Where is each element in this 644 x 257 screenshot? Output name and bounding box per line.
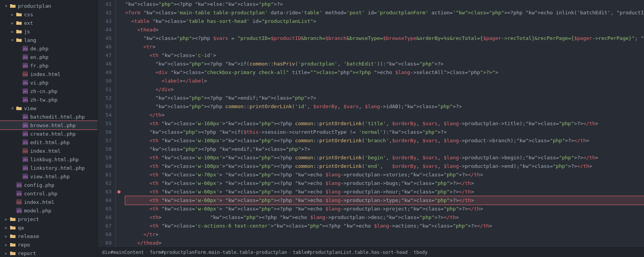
- sidebar-item-batchedit.html.php[interactable]: phpbatchedit.html.php: [0, 112, 98, 121]
- tree-item-label: index.html: [24, 199, 54, 205]
- file-tree-sidebar[interactable]: ▼productplan▶css▶ext▶js▼langphpde.phpphp…: [0, 0, 98, 257]
- line-number: 46: [98, 43, 112, 51]
- php-file-icon: php: [22, 140, 29, 145]
- folder-icon: [9, 242, 16, 247]
- sidebar-item-view[interactable]: ▼view: [0, 104, 98, 112]
- code-content[interactable]: "kw">class="php"><?php "kw">else:"kw">cl…: [121, 0, 644, 247]
- tree-item-label: model.php: [24, 208, 51, 214]
- gutter: [116, 0, 121, 247]
- line-number: 51: [98, 85, 112, 94]
- sidebar-item-en.php[interactable]: phpen.php: [0, 53, 98, 61]
- sidebar-item-create.html.php[interactable]: phpcreate.html.php: [0, 129, 98, 138]
- line-number: 66: [98, 213, 112, 222]
- folder-icon: [15, 37, 22, 43]
- code-line: <th> "kw">class="php"><?php "kw">echo $l…: [125, 213, 644, 222]
- sidebar-item-js[interactable]: ▶js: [0, 27, 98, 36]
- breadcrumb-separator: ›: [289, 250, 291, 255]
- tree-item-label: ext: [24, 20, 33, 26]
- gutter-cell: [116, 17, 121, 26]
- svg-text:php: php: [23, 64, 28, 68]
- folder-icon: [9, 250, 16, 256]
- sidebar-item-zh-cn.php[interactable]: phpzh-cn.php: [0, 87, 98, 95]
- tree-item-label: release: [18, 233, 39, 239]
- svg-text:php: php: [17, 192, 22, 196]
- php-file-icon: php: [22, 157, 29, 162]
- sidebar-item-edit.html.php[interactable]: phpedit.html.php: [0, 138, 98, 147]
- sidebar-item-linkbug.html.php[interactable]: phplinkbug.html.php: [0, 155, 98, 164]
- gutter-cell: [116, 230, 121, 239]
- code-line: <thead>: [125, 26, 644, 34]
- line-number: 53: [98, 102, 112, 111]
- code-line: <tr>: [125, 43, 644, 51]
- sidebar-item-linkstory.html.php[interactable]: phplinkstory.html.php: [0, 164, 98, 172]
- tree-arrow: ▼: [9, 38, 15, 42]
- gutter-cell: [116, 188, 121, 196]
- sidebar-item-de.php[interactable]: phpde.php: [0, 44, 98, 53]
- sidebar-item-browse.html.php[interactable]: phpbrowse.html.php: [0, 121, 98, 129]
- tree-item-label: control.php: [24, 191, 57, 197]
- svg-text:php: php: [23, 124, 28, 128]
- php-file-icon: php: [22, 174, 29, 179]
- gutter-cell: [116, 94, 121, 102]
- sidebar-item-config.php[interactable]: phpconfig.php: [0, 181, 98, 189]
- tree-item-label: zh-cn.php: [30, 88, 57, 94]
- tree-item-label: browse.html.php: [30, 122, 76, 128]
- folder-icon: [9, 216, 16, 222]
- gutter-cell: [116, 43, 121, 51]
- svg-text:php: php: [23, 47, 28, 51]
- tree-item-label: zh-tw.php: [30, 97, 57, 103]
- tree-arrow: ▶: [3, 226, 9, 230]
- tree-arrow: ▼: [3, 4, 9, 8]
- code-line: "kw">class="php"><?php "kw">if($this->se…: [125, 128, 644, 136]
- html-file-icon: html: [22, 71, 29, 77]
- sidebar-item-release[interactable]: ▶release: [0, 232, 98, 240]
- code-line: <th "kw">class='w-70px'> "kw">class="php…: [125, 171, 644, 179]
- sidebar-item-productplan[interactable]: ▼productplan: [0, 2, 98, 10]
- gutter-cell: [116, 154, 121, 162]
- sidebar-item-css[interactable]: ▶css: [0, 10, 98, 19]
- sidebar-item-repo[interactable]: ▶repo: [0, 240, 98, 249]
- sidebar-item-vi.php[interactable]: phpvi.php: [0, 78, 98, 87]
- sidebar-item-model.php[interactable]: phpmodel.php: [0, 206, 98, 215]
- sidebar-item-report[interactable]: ▶report: [0, 249, 98, 257]
- sidebar-item-view.html.php[interactable]: phpview.html.php: [0, 172, 98, 181]
- line-number: 69: [98, 239, 112, 247]
- line-number: 48: [98, 60, 112, 68]
- line-number: 61: [98, 171, 112, 179]
- sidebar-item-index.html3[interactable]: htmlindex.html: [0, 198, 98, 206]
- gutter-cell: [116, 9, 121, 17]
- line-number: 68: [98, 230, 112, 239]
- sidebar-item-project[interactable]: ▶project: [0, 215, 98, 223]
- line-number: 44: [98, 26, 112, 34]
- sidebar-item-zh-tw.php[interactable]: phpzh-tw.php: [0, 95, 98, 104]
- tree-arrow: ▶: [9, 21, 15, 25]
- sidebar-item-index.html[interactable]: htmlindex.html: [0, 70, 98, 78]
- sidebar-item-index.html2[interactable]: htmlindex.html: [0, 147, 98, 155]
- code-line: <th "kw">class='w-100px'>"kw">class="php…: [125, 162, 644, 171]
- php-file-icon: php: [15, 191, 22, 196]
- tree-item-label: vi.php: [30, 80, 48, 86]
- code-line: "kw">class="php"><?php "kw">if(common::h…: [125, 60, 644, 68]
- sidebar-item-qa[interactable]: ▶qa: [0, 223, 98, 232]
- html-file-icon: html: [22, 148, 29, 154]
- breadcrumb-separator: ›: [409, 250, 412, 255]
- code-line: <th "kw">class='w-60px'> "kw">class="php…: [125, 196, 644, 205]
- gutter-cell: [116, 239, 121, 247]
- svg-text:php: php: [23, 116, 28, 119]
- gutter-cell: [116, 68, 121, 77]
- sidebar-item-ext[interactable]: ▶ext: [0, 19, 98, 27]
- sidebar-item-fr.php[interactable]: phpfr.php: [0, 61, 98, 70]
- svg-text:php: php: [17, 184, 22, 187]
- tree-arrow: ▶: [3, 243, 9, 247]
- tree-item-label: fr.php: [30, 63, 48, 69]
- html-file-icon: html: [15, 199, 22, 205]
- sidebar-item-lang[interactable]: ▼lang: [0, 36, 98, 44]
- code-line: </th>: [125, 111, 644, 119]
- tree-item-label: index.html: [30, 148, 60, 154]
- line-number: 64: [98, 196, 112, 205]
- tree-item-label: en.php: [30, 54, 48, 60]
- php-file-icon: php: [22, 131, 29, 136]
- sidebar-item-control.php[interactable]: phpcontrol.php: [0, 189, 98, 198]
- code-line: <th "kw">class='w-100px'>"kw">class="php…: [125, 136, 644, 145]
- line-number: 58: [98, 145, 112, 154]
